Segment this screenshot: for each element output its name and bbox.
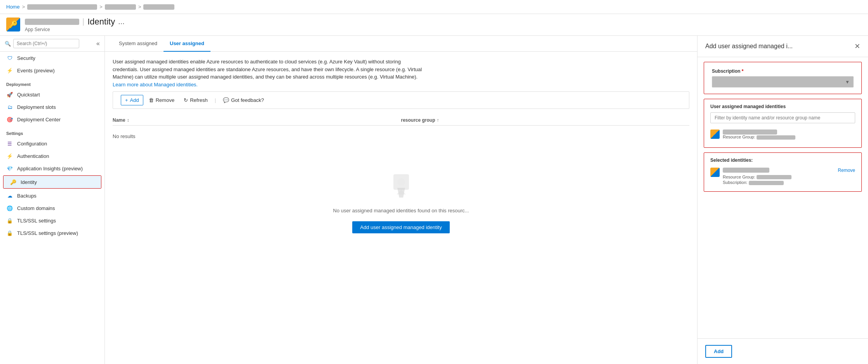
close-panel-button[interactable]: ✕ [854, 42, 860, 51]
plus-icon: + [125, 97, 128, 103]
feedback-label: Got feedback? [231, 97, 264, 103]
sort-name-icon[interactable]: ↕ [127, 117, 129, 123]
add-button[interactable]: + Add [121, 95, 143, 105]
more-options-icon[interactable]: ... [118, 17, 125, 26]
sidebar-item-backups[interactable]: ☁ Backups [0, 189, 104, 202]
search-input[interactable] [13, 39, 79, 48]
collapse-sidebar-icon[interactable]: « [96, 40, 100, 47]
gem-icon: 💎 [6, 165, 13, 172]
umi-list-item[interactable]: Resource Group: [710, 126, 855, 143]
breadcrumb-sep2: > [99, 4, 103, 10]
no-results-row: No results [113, 130, 689, 142]
add-identity-button[interactable]: Add user assigned managed identity [352, 221, 449, 233]
umi-item-icon [710, 130, 720, 139]
page-header: 🔑 | Identity ... App Service [0, 14, 868, 36]
umi-list: Resource Group: [710, 126, 855, 143]
toolbar: + Add 🗑 Remove ↻ Refresh | 💬 Got feedbac… [113, 91, 689, 109]
empty-message: No user assigned managed identities foun… [333, 208, 469, 214]
configuration-icon: ☰ [6, 140, 13, 147]
description-text: User assigned managed identities enable … [105, 52, 435, 91]
sidebar-item-events[interactable]: ⚡ Events (preview) [0, 64, 104, 77]
selected-label: Selected identities: [710, 158, 855, 163]
shield-icon: 🛡 [6, 54, 13, 61]
right-panel: Add user assigned managed i... ✕ Subscri… [697, 36, 868, 364]
resource-name-placeholder [25, 19, 79, 25]
breadcrumb-part3 [143, 4, 174, 10]
breadcrumb-home[interactable]: Home [6, 4, 20, 10]
breadcrumb-sep3: > [138, 4, 141, 10]
sidebar-item-configuration-label: Configuration [17, 141, 47, 147]
refresh-button[interactable]: ↻ Refresh [180, 95, 212, 105]
sidebar-item-deployment-center-label: Deployment Center [17, 117, 61, 122]
learn-more-link[interactable]: Learn more about Managed identities. [113, 82, 198, 88]
svg-point-2 [397, 178, 405, 186]
rocket-icon: 🚀 [6, 91, 13, 98]
header-subtitle: App Service [25, 27, 125, 32]
table-body: No results [113, 126, 689, 147]
col-name-header[interactable]: Name ↕ [113, 117, 401, 123]
sidebar-search-bar: 🔍 « [0, 36, 104, 52]
col-rg-header[interactable]: resource group ↑ [401, 117, 690, 123]
selected-item-name [723, 168, 769, 173]
sidebar-section-deployment: Deployment [0, 77, 104, 88]
sidebar-item-authentication-label: Authentication [17, 153, 49, 159]
remove-button[interactable]: 🗑 Remove [145, 95, 178, 105]
search-icon: 🔍 [5, 41, 11, 47]
umi-item-name [723, 130, 777, 135]
sidebar-item-identity[interactable]: 🔑 Identity [3, 176, 101, 188]
sidebar-item-custom-domains-label: Custom domains [17, 205, 55, 211]
feedback-button[interactable]: 💬 Got feedback? [219, 95, 268, 105]
panel-add-button[interactable]: Add [705, 345, 732, 358]
subscription-label-text: Subscription [712, 68, 740, 74]
col-name-label: Name [113, 117, 125, 123]
right-panel-title: Add user assigned managed i... [705, 43, 793, 50]
sidebar-item-custom-domains[interactable]: 🌐 Custom domains [0, 202, 104, 214]
subscription-select[interactable]: ████████████████ [712, 76, 854, 88]
lock-icon: 🔒 [6, 217, 13, 224]
target-icon: 🎯 [6, 116, 13, 123]
header-separator: | [82, 17, 84, 26]
sidebar-item-deployment-center[interactable]: 🎯 Deployment Center [0, 113, 104, 126]
tab-system-assigned[interactable]: System assigned [113, 36, 164, 52]
identity-item-container: 🔑 Identity [3, 175, 101, 189]
authentication-icon: ⚡ [6, 152, 13, 159]
umi-item-info: Resource Group: [723, 130, 795, 140]
tabs-row: System assigned User assigned [105, 36, 697, 52]
sidebar-item-authentication[interactable]: ⚡ Authentication [0, 150, 104, 162]
app-service-icon: 🔑 [6, 18, 20, 32]
sidebar-item-app-insights[interactable]: 💎 Application Insights (preview) [0, 162, 104, 175]
sidebar-item-quickstart[interactable]: 🚀 Quickstart [0, 88, 104, 101]
refresh-icon: ↻ [184, 97, 188, 103]
sidebar-item-deployment-slots[interactable]: 🗂 Deployment slots [0, 101, 104, 113]
remove-label: Remove [156, 97, 174, 103]
required-indicator: * [742, 68, 744, 74]
sidebar-section-settings: Settings [0, 126, 104, 137]
globe-icon: 🌐 [6, 205, 13, 212]
sidebar-item-tls-ssl-preview-label: TLS/SSL settings (preview) [17, 230, 78, 236]
description-content: User assigned managed identities enable … [113, 59, 422, 80]
sidebar-item-tls-ssl[interactable]: 🔒 TLS/SSL settings [0, 214, 104, 227]
sidebar-item-configuration[interactable]: ☰ Configuration [0, 137, 104, 150]
breadcrumb: Home > > > [0, 0, 868, 14]
sidebar-item-tls-ssl-preview[interactable]: 🔒 TLS/SSL settings (preview) [0, 227, 104, 239]
panel-footer: Add [698, 338, 868, 364]
remove-selected-link[interactable]: Remove [838, 168, 855, 173]
selected-item-rg-val [757, 175, 791, 179]
lightning-icon: ⚡ [6, 67, 13, 74]
breadcrumb-part2 [105, 4, 136, 10]
selected-item-sub: Subscription: [723, 180, 835, 185]
sidebar-item-security[interactable]: 🛡 Security [0, 52, 104, 64]
umi-section: User assigned managed identities Resourc… [704, 99, 862, 148]
table-section: Name ↕ resource group ↑ No results [105, 115, 697, 147]
umi-filter-input[interactable] [710, 112, 855, 123]
table-header: Name ↕ resource group ↑ [113, 115, 689, 126]
breadcrumb-part1 [27, 4, 97, 10]
sidebar-item-app-insights-label: Application Insights (preview) [17, 166, 83, 172]
sidebar: 🔍 « 🛡 Security ⚡ Events (preview) Deploy… [0, 36, 105, 364]
sidebar-item-tls-ssl-label: TLS/SSL settings [17, 218, 56, 224]
layers-icon: 🗂 [6, 103, 13, 110]
tab-user-assigned[interactable]: User assigned [164, 36, 210, 52]
sort-rg-icon[interactable]: ↑ [437, 117, 439, 123]
add-label: Add [130, 97, 139, 103]
cloud-icon: ☁ [6, 192, 13, 199]
